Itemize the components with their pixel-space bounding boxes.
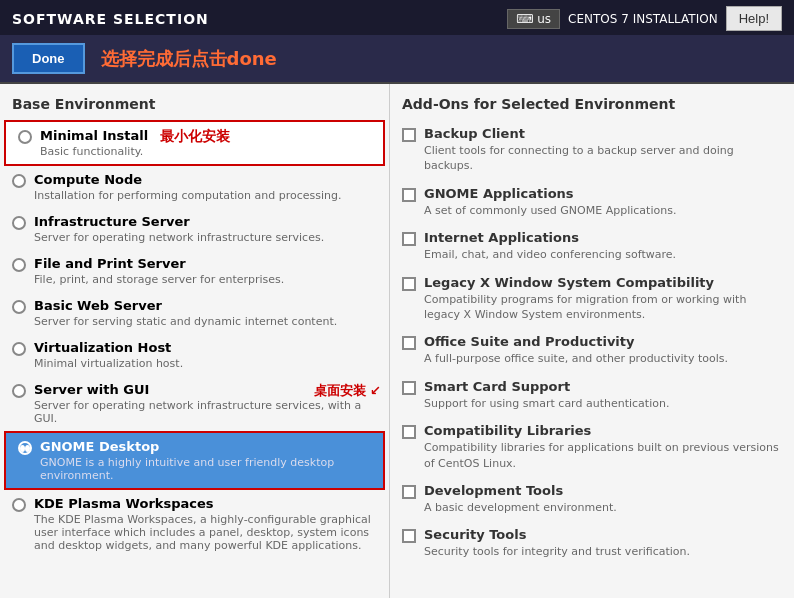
radio-servergui[interactable]	[12, 384, 26, 398]
list-item[interactable]: Minimal Install Basic functionality. 最小化…	[4, 120, 385, 166]
keyboard-indicator[interactable]: ⌨ us	[507, 9, 560, 29]
addon-name: Office Suite and Productivity	[424, 334, 728, 349]
addon-desc: Client tools for connecting to a backup …	[424, 143, 782, 174]
env-name: Basic Web Server	[34, 298, 337, 313]
right-section-title: Add-Ons for Selected Environment	[390, 92, 794, 120]
checkbox-compat[interactable]	[402, 425, 416, 439]
checkbox-security[interactable]	[402, 529, 416, 543]
main-content: Base Environment Minimal Install Basic f…	[0, 84, 794, 598]
minimal-annotation: 最小化安装	[160, 128, 230, 158]
addon-name: Compatibility Libraries	[424, 423, 782, 438]
addon-desc: A set of commonly used GNOME Application…	[424, 203, 676, 218]
left-section-title: Base Environment	[0, 92, 389, 120]
list-item[interactable]: Development Tools A basic development en…	[390, 477, 794, 521]
addon-name: Smart Card Support	[424, 379, 669, 394]
radio-compute[interactable]	[12, 174, 26, 188]
radio-fileprint[interactable]	[12, 258, 26, 272]
list-item[interactable]: KDE Plasma Workspaces The KDE Plasma Wor…	[0, 490, 389, 558]
radio-gnome[interactable]	[18, 441, 32, 455]
env-name: KDE Plasma Workspaces	[34, 496, 377, 511]
env-desc: GNOME is a highly intuitive and user fri…	[40, 456, 371, 482]
radio-infra[interactable]	[12, 216, 26, 230]
list-item[interactable]: Smart Card Support Support for using sma…	[390, 373, 794, 417]
list-item[interactable]: GNOME Applications A set of commonly use…	[390, 180, 794, 224]
checkbox-smartcard[interactable]	[402, 381, 416, 395]
addon-name: Legacy X Window System Compatibility	[424, 275, 782, 290]
addon-desc: A full-purpose office suite, and other p…	[424, 351, 728, 366]
list-item[interactable]: Compute Node Installation for performing…	[0, 166, 389, 208]
checkbox-office[interactable]	[402, 336, 416, 350]
addon-name: Backup Client	[424, 126, 782, 141]
header-right: ⌨ us CENTOS 7 INSTALLATION Help!	[507, 6, 782, 31]
servergui-annotation: 桌面安装 ↙	[314, 382, 381, 400]
checkbox-backup[interactable]	[402, 128, 416, 142]
env-name: Virtualization Host	[34, 340, 183, 355]
checkbox-internet[interactable]	[402, 232, 416, 246]
list-item[interactable]: File and Print Server File, print, and s…	[0, 250, 389, 292]
help-button[interactable]: Help!	[726, 6, 782, 31]
list-item[interactable]: Server with GUI Server for operating net…	[0, 376, 389, 431]
env-desc: Server for operating network infrastruct…	[34, 231, 324, 244]
addon-desc: Security tools for integrity and trust v…	[424, 544, 690, 559]
list-item[interactable]: Basic Web Server Server for serving stat…	[0, 292, 389, 334]
top-bar: SOFTWARE SELECTION ⌨ us CENTOS 7 INSTALL…	[0, 0, 794, 35]
list-item[interactable]: Compatibility Libraries Compatibility li…	[390, 417, 794, 477]
list-item[interactable]: Security Tools Security tools for integr…	[390, 521, 794, 565]
env-desc: Installation for performing computation …	[34, 189, 342, 202]
addon-name: Security Tools	[424, 527, 690, 542]
toolbar: Done 选择完成后点击done	[0, 35, 794, 84]
list-item[interactable]: Infrastructure Server Server for operati…	[0, 208, 389, 250]
env-name: Compute Node	[34, 172, 342, 187]
right-panel: Add-Ons for Selected Environment Backup …	[390, 84, 794, 598]
keyboard-icon: ⌨	[516, 12, 533, 26]
env-desc: Basic functionality.	[40, 145, 148, 158]
addon-desc: Compatibility programs for migration fro…	[424, 292, 782, 323]
env-desc: The KDE Plasma Workspaces, a highly-conf…	[34, 513, 377, 552]
checkbox-legacy[interactable]	[402, 277, 416, 291]
list-item[interactable]: Legacy X Window System Compatibility Com…	[390, 269, 794, 329]
centos-title: CENTOS 7 INSTALLATION	[568, 12, 718, 26]
done-button[interactable]: Done	[12, 43, 85, 74]
list-item[interactable]: Office Suite and Productivity A full-pur…	[390, 328, 794, 372]
radio-minimal[interactable]	[18, 130, 32, 144]
env-desc: Minimal virtualization host.	[34, 357, 183, 370]
env-name: File and Print Server	[34, 256, 284, 271]
keyboard-lang: us	[537, 12, 551, 26]
env-desc: File, print, and storage server for ente…	[34, 273, 284, 286]
env-desc: Server for serving static and dynamic in…	[34, 315, 337, 328]
env-name: Infrastructure Server	[34, 214, 324, 229]
addon-name: Development Tools	[424, 483, 617, 498]
radio-web[interactable]	[12, 300, 26, 314]
left-panel: Base Environment Minimal Install Basic f…	[0, 84, 390, 598]
addon-name: Internet Applications	[424, 230, 676, 245]
addon-name: GNOME Applications	[424, 186, 676, 201]
env-name: GNOME Desktop	[40, 439, 371, 454]
checkbox-devtools[interactable]	[402, 485, 416, 499]
env-desc: Server for operating network infrastruct…	[34, 399, 377, 425]
addon-desc: A basic development environment.	[424, 500, 617, 515]
list-item[interactable]: GNOME Desktop GNOME is a highly intuitiv…	[4, 431, 385, 490]
list-item[interactable]: Backup Client Client tools for connectin…	[390, 120, 794, 180]
checkbox-gnome-apps[interactable]	[402, 188, 416, 202]
list-item[interactable]: Virtualization Host Minimal virtualizati…	[0, 334, 389, 376]
list-item[interactable]: Internet Applications Email, chat, and v…	[390, 224, 794, 268]
toolbar-annotation: 选择完成后点击done	[101, 47, 277, 71]
radio-kde[interactable]	[12, 498, 26, 512]
env-name: Minimal Install	[40, 128, 148, 143]
addon-desc: Compatibility libraries for applications…	[424, 440, 782, 471]
addon-desc: Email, chat, and video conferencing soft…	[424, 247, 676, 262]
app-title: SOFTWARE SELECTION	[12, 11, 209, 27]
addon-desc: Support for using smart card authenticat…	[424, 396, 669, 411]
radio-virt[interactable]	[12, 342, 26, 356]
